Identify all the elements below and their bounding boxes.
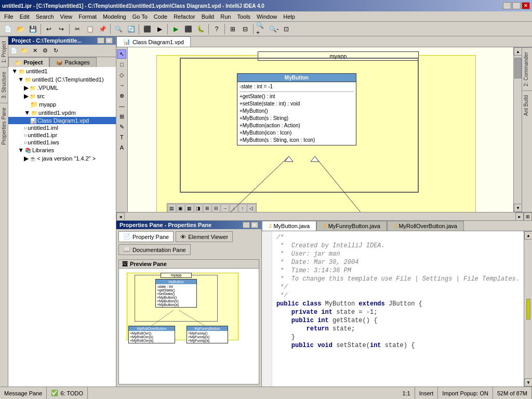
project-new-icon[interactable]: 📄 <box>9 46 19 56</box>
tree-item-libraries[interactable]: ▼ 📚 Libraries <box>8 146 116 154</box>
menu-edit[interactable]: Edit <box>17 13 33 20</box>
sidebar-properties-tab[interactable]: Properties Pane <box>0 103 8 149</box>
menu-refactor[interactable]: Refactor <box>170 13 198 20</box>
tree-item-vpdm[interactable]: ▼ 📁 untitled1.vpdm <box>8 109 116 117</box>
project-minimize-button[interactable]: _ <box>97 37 104 44</box>
draw-tool-4[interactable]: ⊕ <box>117 91 126 100</box>
mini-btn-1[interactable]: ▤ <box>168 204 176 212</box>
tree-item-java14[interactable]: ▶ ☕ < java version "1.4.2" > <box>8 154 116 163</box>
diagram-canvas[interactable]: myapp MyButton -state : int = -1 +getSta… <box>128 47 513 212</box>
maximize-button[interactable]: □ <box>512 2 521 9</box>
mini-btn-10[interactable]: ◁ <box>247 204 256 212</box>
tab-myrolloverbutton-java[interactable]: J MyRollOverButton.java <box>387 221 464 231</box>
code-scroll-down[interactable]: ▼ <box>524 378 532 387</box>
message-pane-button[interactable]: Message Pane <box>0 387 47 399</box>
scroll-right-button[interactable]: ► <box>515 212 524 221</box>
select-tool[interactable]: ↖ <box>117 49 126 59</box>
props-close-button[interactable]: ✕ <box>251 222 258 228</box>
menu-tools[interactable]: Tools <box>234 13 254 20</box>
open-button[interactable]: 📂 <box>15 23 26 35</box>
code-editor[interactable]: /* * Created by IntelliJ IDEA. * User: j… <box>272 231 524 387</box>
code-scroll-up[interactable]: ▲ <box>524 231 532 240</box>
scroll-thumb[interactable] <box>514 58 522 78</box>
minimize-button[interactable]: _ <box>503 2 511 9</box>
project-close-button[interactable]: ✕ <box>105 37 113 44</box>
project-folder-icon[interactable]: 📁 <box>20 46 29 56</box>
diagram-scrollbar-right[interactable]: ▲ ▼ <box>513 47 522 212</box>
project-settings-icon[interactable]: ⚙ <box>41 46 50 56</box>
tab-mybutton-java[interactable]: J MyButton.java <box>262 221 316 231</box>
menu-format[interactable]: Format <box>75 13 100 20</box>
menu-view[interactable]: View <box>57 13 76 20</box>
mini-btn-6[interactable]: ⊟ <box>212 204 220 212</box>
diagram-scrollbar-bottom[interactable]: ◄ ► ⊞ <box>116 212 532 220</box>
help-icon[interactable]: ? <box>211 23 222 35</box>
property-pane-tab[interactable]: 📄 Property Pane <box>118 231 174 242</box>
menu-window[interactable]: Window <box>254 13 280 20</box>
draw-tool-6[interactable]: ⊞ <box>117 112 126 121</box>
tree-item-untitled1[interactable]: ▼ 📁 untitled1 <box>8 67 116 75</box>
paste-button[interactable]: 📌 <box>97 23 108 35</box>
scroll-up-button[interactable]: ▲ <box>514 47 522 56</box>
debug-button[interactable]: 🐛 <box>195 23 206 35</box>
redo-button[interactable]: ↪ <box>56 23 67 35</box>
run-button[interactable]: ▶ <box>170 23 181 35</box>
draw-tool-5[interactable]: — <box>117 101 126 111</box>
documentation-pane-tab[interactable]: 📖 Documentation Pane <box>118 244 191 255</box>
ant-build-tab[interactable]: Ant Build <box>522 90 532 120</box>
tree-item-classdiagram[interactable]: 📊 Class Diagram1.vpd <box>8 117 116 124</box>
element-viewer-tab[interactable]: 👁 Element Viewer <box>176 231 233 242</box>
menu-help[interactable]: Help <box>280 13 298 20</box>
menu-code[interactable]: Code <box>151 13 170 20</box>
tree-item-src[interactable]: ▶ 📁 src <box>8 92 116 100</box>
menu-run[interactable]: Run <box>217 13 234 20</box>
mini-btn-9[interactable]: ↑ <box>238 204 247 212</box>
draw-tool-8[interactable]: T <box>117 132 126 142</box>
mini-btn-5[interactable]: ⊞ <box>203 204 211 212</box>
sidebar-structure-tab[interactable]: 3: Structure <box>0 67 8 103</box>
toolbar-icon-6[interactable]: ▶ <box>154 23 165 35</box>
mini-btn-4[interactable]: ◨ <box>194 204 203 212</box>
scroll-left-button[interactable]: ◄ <box>116 212 125 221</box>
new-file-button[interactable]: 📄 <box>2 23 14 35</box>
menu-file[interactable]: File <box>1 13 17 20</box>
stop-button[interactable]: ⬛ <box>182 23 194 35</box>
tree-item-myapp[interactable]: 📁 myapp <box>8 100 116 109</box>
project-delete-icon[interactable]: ✕ <box>30 46 39 56</box>
undo-button[interactable]: ↩ <box>43 23 55 35</box>
menu-build[interactable]: Build <box>198 13 217 20</box>
tree-item-iml[interactable]: u untitled1.iml <box>8 124 116 131</box>
cut-button[interactable]: ✂ <box>72 23 83 35</box>
tab-packages[interactable]: 📦 Packages <box>49 57 96 67</box>
mini-btn-8[interactable]: ↓ <box>230 204 238 212</box>
scroll-corner-button[interactable]: ⊞ <box>524 212 532 221</box>
save-button[interactable]: 💾 <box>27 23 38 35</box>
scroll-down-button[interactable]: ▼ <box>514 204 522 212</box>
toolbar-icon-5[interactable]: ⬛ <box>141 23 153 35</box>
find-button[interactable]: 🔍 <box>113 23 124 35</box>
tab-myfunnybutton-java[interactable]: J MyFunnyButton.java <box>316 221 387 231</box>
mini-btn-3[interactable]: ▦ <box>185 204 194 212</box>
commander-tab[interactable]: 2: Commander <box>522 47 532 90</box>
tree-item-ipr[interactable]: u untitled1.ipr <box>8 131 116 139</box>
zoom-fit-button[interactable]: ⊡ <box>281 23 292 35</box>
toolbar-icon-7[interactable]: ⊞ <box>227 23 238 35</box>
menu-search[interactable]: Search <box>33 13 57 20</box>
menu-goto[interactable]: Go To <box>129 13 151 20</box>
toolbar-icon-8[interactable]: ⊟ <box>240 23 251 35</box>
zoom-in-button[interactable]: 🔍+ <box>256 23 267 35</box>
tab-project[interactable]: 📁 Project <box>8 57 49 67</box>
mini-btn-2[interactable]: ▣ <box>177 204 185 212</box>
zoom-out-button[interactable]: 🔍- <box>268 23 280 35</box>
tab-class-diagram[interactable]: 📊 Class Diagram1.vpd <box>116 36 191 47</box>
menu-modeling[interactable]: Modeling <box>100 13 129 20</box>
copy-button[interactable]: 📋 <box>84 23 96 35</box>
draw-interface-tool[interactable]: ◇ <box>117 70 126 79</box>
draw-class-tool[interactable]: □ <box>117 60 126 69</box>
draw-arrow-tool[interactable]: → <box>117 81 126 90</box>
tree-item-iws[interactable]: u untitled1.iws <box>8 139 116 146</box>
mybutton-class[interactable]: MyButton -state : int = -1 +getState() :… <box>237 73 356 145</box>
project-refresh-icon[interactable]: ↻ <box>51 46 60 56</box>
replace-button[interactable]: 🔄 <box>125 23 137 35</box>
tree-item-untitled1-root[interactable]: ▼ 📁 untitled1 (C:\Temp\untitled1) <box>8 75 116 84</box>
